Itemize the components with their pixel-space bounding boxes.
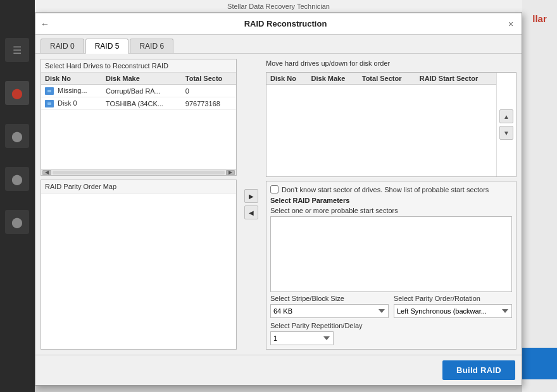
params-section: Don't know start sector of drives. Show … bbox=[266, 181, 516, 350]
modal-dialog: ← RAID Reconstruction × RAID 0 RAID 5 RA… bbox=[35, 13, 522, 386]
move-controls: ▲ ▼ bbox=[496, 73, 516, 176]
stripe-label: Select Stripe/Block Size bbox=[270, 295, 389, 302]
nav-icon-4[interactable]: ⬤ bbox=[5, 210, 29, 234]
move-down-button[interactable]: ▼ bbox=[499, 126, 513, 140]
hamburger-icon[interactable]: ☰ bbox=[5, 38, 29, 62]
modal-body: Select Hard Drives to Reconstruct RAID D… bbox=[35, 54, 522, 355]
tab-raid6[interactable]: RAID 6 bbox=[130, 39, 173, 53]
transfer-left-button[interactable]: ◀ bbox=[244, 205, 258, 219]
parity-order-group: Select Parity Order/Rotation Left Synchr… bbox=[394, 295, 512, 318]
move-col-disk-no: Disk No bbox=[266, 73, 308, 85]
build-raid-button[interactable]: Build RAID bbox=[442, 360, 515, 380]
disk-icon bbox=[45, 87, 54, 95]
back-arrow-icon[interactable]: ← bbox=[41, 19, 49, 29]
nav-icon-2[interactable]: ⬤ bbox=[5, 124, 29, 148]
cell-disk-no: Disk 0 bbox=[41, 97, 102, 110]
move-disk-table: Disk No Disk Make Total Sector RAID Star… bbox=[266, 73, 496, 85]
modal-footer: Build RAID bbox=[35, 355, 522, 385]
right-panel: Move hard drives up/down for disk order … bbox=[266, 59, 516, 350]
transfer-arrows: ▶ ◀ bbox=[242, 59, 261, 350]
table-row[interactable]: Disk 0 TOSHIBA (34CK... 976773168 bbox=[41, 97, 236, 110]
params-title: Select RAID Parameters bbox=[270, 197, 512, 204]
col-disk-make: Disk Make bbox=[102, 73, 182, 85]
large-select-area bbox=[270, 216, 512, 292]
disk-icon bbox=[45, 100, 54, 107]
cell-disk-no: Missing... bbox=[41, 85, 102, 97]
parity-map-title: RAID Parity Order Map bbox=[41, 180, 236, 193]
modal-titlebar: ← RAID Reconstruction × bbox=[35, 13, 522, 35]
move-drives-section: Disk No Disk Make Total Sector RAID Star… bbox=[266, 72, 516, 177]
left-panel: Select Hard Drives to Reconstruct RAID D… bbox=[41, 59, 237, 350]
col-total-sector: Total Secto bbox=[182, 73, 236, 85]
parity-order-map-section: RAID Parity Order Map bbox=[41, 180, 237, 350]
main-content-row: Select Hard Drives to Reconstruct RAID D… bbox=[41, 59, 516, 350]
start-sector-checkbox[interactable] bbox=[270, 185, 278, 193]
right-sidebar-bg: llar bbox=[522, 0, 557, 392]
cell-total-sector: 976773168 bbox=[182, 97, 236, 110]
table-row[interactable]: Missing... Corrupt/Bad RA... 0 bbox=[41, 85, 236, 97]
app-titlebar: Stellar Data Recovery Technician bbox=[35, 0, 522, 13]
start-sector-checkbox-row: Don't know start sector of drives. Show … bbox=[270, 185, 512, 193]
repetition-label: Select Parity Repetition/Delay bbox=[270, 322, 512, 329]
nav-icon-3[interactable]: ⬤ bbox=[5, 167, 29, 191]
stripe-size-group: Select Stripe/Block Size 64 KB 128 KB 25… bbox=[270, 295, 389, 318]
repetition-dropdown[interactable]: 1 2 3 bbox=[270, 331, 334, 345]
disk-table: Disk No Disk Make Total Secto bbox=[41, 73, 236, 110]
move-col-disk-make: Disk Make bbox=[308, 73, 358, 85]
start-sectors-label: Select one or more probable start sector… bbox=[270, 207, 512, 214]
app-title: Stellar Data Recovery Technician bbox=[227, 3, 330, 10]
move-col-raid-start: RAID Start Sector bbox=[416, 73, 496, 85]
parity-order-label: Select Parity Order/Rotation bbox=[394, 295, 512, 302]
horizontal-scrollbar[interactable]: ◀ ▶ bbox=[41, 169, 236, 175]
checkbox-label: Don't know start sector of drives. Show … bbox=[282, 186, 489, 193]
col-disk-no: Disk No bbox=[41, 73, 102, 85]
brand-label: llar bbox=[532, 13, 547, 24]
transfer-right-button[interactable]: ▶ bbox=[244, 189, 258, 203]
right-cta-button[interactable] bbox=[522, 348, 557, 379]
modal-title: RAID Reconstruction bbox=[54, 19, 516, 28]
select-drives-section: Select Hard Drives to Reconstruct RAID D… bbox=[41, 59, 237, 176]
parity-order-dropdown[interactable]: Left Synchronous (backwar... Left Asynch… bbox=[394, 304, 512, 318]
tab-raid0[interactable]: RAID 0 bbox=[41, 39, 84, 53]
move-table-area: Disk No Disk Make Total Sector RAID Star… bbox=[266, 73, 496, 176]
move-section-header: Move hard drives up/down for disk order bbox=[266, 59, 516, 68]
scroll-left-button[interactable]: ◀ bbox=[42, 170, 51, 175]
move-up-button[interactable]: ▲ bbox=[499, 109, 513, 123]
scrollbar-track[interactable] bbox=[53, 171, 225, 175]
scroll-right-button[interactable]: ▶ bbox=[226, 170, 235, 175]
tab-raid5[interactable]: RAID 5 bbox=[85, 39, 129, 54]
repetition-group: Select Parity Repetition/Delay 1 2 3 bbox=[270, 322, 512, 345]
left-sidebar-bg: ☰ ⬤ ⬤ ⬤ ⬤ bbox=[0, 0, 35, 392]
close-button[interactable]: × bbox=[505, 18, 516, 30]
cell-total-sector: 0 bbox=[182, 85, 236, 97]
stripe-size-dropdown[interactable]: 64 KB 128 KB 256 KB bbox=[270, 304, 389, 318]
selects-row: Select Stripe/Block Size 64 KB 128 KB 25… bbox=[270, 295, 512, 318]
select-drives-title: Select Hard Drives to Reconstruct RAID bbox=[41, 59, 236, 73]
cell-disk-make: Corrupt/Bad RA... bbox=[102, 85, 182, 97]
tabs-bar: RAID 0 RAID 5 RAID 6 bbox=[35, 35, 522, 54]
nav-icon-1[interactable]: ⬤ bbox=[5, 81, 29, 105]
start-sectors-list[interactable] bbox=[270, 216, 512, 292]
move-col-total-sector: Total Sector bbox=[358, 73, 416, 85]
parity-map-content bbox=[41, 193, 236, 349]
cell-disk-make: TOSHIBA (34CK... bbox=[102, 97, 182, 110]
sidebar-nav: ☰ ⬤ ⬤ ⬤ ⬤ bbox=[5, 38, 29, 234]
